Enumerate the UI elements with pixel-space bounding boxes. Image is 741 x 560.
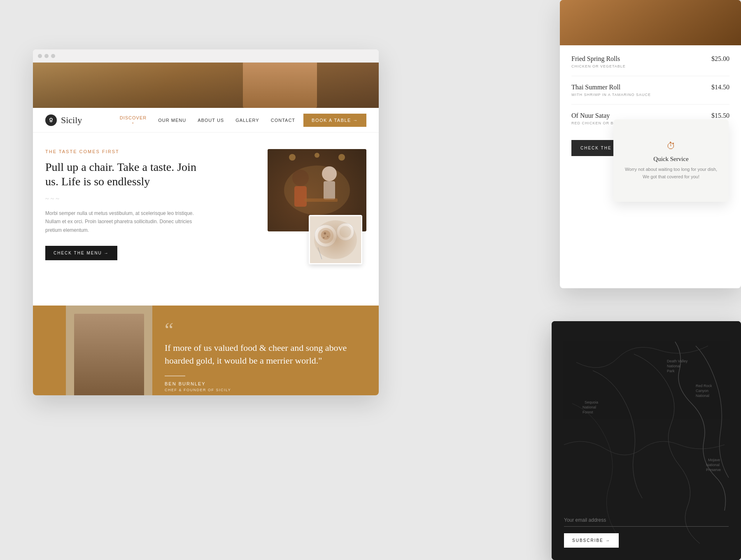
svg-rect-18 [324, 181, 335, 200]
menu-item-price-2: $15.50 [711, 112, 729, 119]
menu-item-row: Thai Summer Roll WITH SHRIMP IN A TAMARI… [571, 84, 729, 105]
page-wrapper: ⏱ Quick Service Worry not about waiting … [0, 0, 741, 560]
right-images [210, 149, 366, 289]
browser-dot-red [38, 54, 42, 58]
service-card: ⏱ Quick Service Worry not about waiting … [613, 119, 729, 202]
svg-rect-23 [310, 216, 361, 263]
quote-text-area: “ If more of us valued food & cheer and … [152, 306, 379, 395]
menu-item-name-2: Of Nuur Satay [571, 112, 673, 119]
svg-point-20 [289, 154, 296, 161]
svg-point-26 [321, 230, 331, 240]
menu-item-left-1: Thai Summer Roll WITH SHRIMP IN A TAMARI… [571, 84, 651, 97]
hero-top-image [33, 63, 379, 108]
svg-point-34 [95, 325, 124, 354]
svg-point-32 [323, 237, 325, 238]
svg-text:Park: Park [667, 369, 675, 373]
menu-item-name-0: Fried Spring Rolls [571, 55, 626, 63]
navbar: Sicily DISCOVER OUR MENU ABOUT US GALLER… [33, 108, 379, 133]
svg-text:Red Rock: Red Rock [696, 384, 712, 388]
svg-point-17 [322, 166, 337, 181]
quote-body: If more of us valued food & cheer and so… [165, 342, 366, 367]
nav-contact[interactable]: CONTACT [271, 118, 295, 123]
svg-text:Death Valley: Death Valley [667, 359, 688, 363]
browser-window: Sicily DISCOVER OUR MENU ABOUT US GALLER… [33, 49, 379, 395]
svg-rect-16 [294, 186, 307, 207]
svg-point-28 [340, 226, 352, 238]
subscribe-input-row [564, 514, 729, 527]
quote-author-name: BEN BURNLEY [165, 381, 366, 386]
nav-our-menu[interactable]: OUR MENU [158, 118, 186, 123]
hero-heading: Pull up a chair. Take a taste. Join us. … [45, 160, 202, 189]
svg-rect-35 [93, 354, 126, 395]
svg-point-21 [315, 153, 319, 158]
nav-discover[interactable]: DISCOVER [120, 115, 147, 125]
svg-rect-38 [80, 356, 93, 389]
menu-item-row: Fried Spring Rolls CHICKEN OR VEGETABLE … [571, 55, 729, 76]
browser-top-bar [33, 49, 379, 63]
subscribe-email-input[interactable] [564, 514, 729, 526]
svg-point-22 [338, 154, 345, 161]
svg-text:Preserve: Preserve [706, 468, 721, 472]
main-content: THE TASTE COMES FIRST Pull up a chair. T… [33, 133, 379, 306]
service-description: Worry not about waiting too long for you… [622, 166, 720, 180]
quote-left-accent [33, 306, 66, 395]
svg-text:National: National [706, 463, 720, 467]
nav-about-us[interactable]: ABOUT US [198, 118, 224, 123]
menu-card-hero-image [560, 0, 741, 45]
svg-point-27 [337, 223, 354, 240]
chef-svg [66, 306, 152, 395]
nav-links: DISCOVER OUR MENU ABOUT US GALLERY CONTA… [120, 115, 295, 125]
food-dishes-svg [310, 216, 361, 263]
menu-item-price-1: $14.50 [711, 84, 729, 91]
svg-point-31 [327, 236, 329, 238]
service-title: Quick Service [653, 156, 688, 163]
svg-text:National: National [667, 364, 680, 368]
wave-divider: ~~~ [45, 195, 202, 203]
book-table-button[interactable]: BOOK A TABLE → [303, 114, 366, 127]
nav-gallery[interactable]: GALLERY [235, 118, 259, 123]
quote-mark: “ [165, 322, 366, 338]
map-content: Death Valley National Park Red Rock Cany… [552, 321, 741, 560]
quote-author-divider [165, 376, 185, 376]
subscribe-area: SUBSCRIBE → [564, 514, 729, 548]
svg-rect-39 [126, 356, 138, 389]
menu-item-price-0: $25.00 [711, 55, 729, 63]
menu-item-left-0: Fried Spring Rolls CHICKEN OR VEGETABLE [571, 55, 626, 68]
check-menu-button[interactable]: CHECK THE MENU → [45, 246, 117, 260]
map-card: Death Valley National Park Red Rock Cany… [552, 321, 741, 560]
left-content: THE TASTE COMES FIRST Pull up a chair. T… [45, 149, 202, 289]
svg-rect-33 [66, 306, 152, 395]
svg-rect-19 [305, 198, 338, 202]
svg-text:National: National [583, 405, 596, 409]
hero-figure-person [243, 63, 317, 108]
logo-svg [48, 117, 54, 124]
svg-point-25 [318, 228, 333, 244]
svg-text:Canyon: Canyon [696, 389, 708, 393]
subscribe-button[interactable]: SUBSCRIBE → [564, 533, 619, 548]
browser-dot-yellow [44, 54, 49, 58]
svg-point-30 [324, 232, 326, 235]
logo-area: Sicily [45, 114, 82, 126]
svg-point-24 [315, 225, 337, 247]
svg-text:Forest: Forest [583, 410, 593, 414]
timer-icon: ⏱ [666, 141, 676, 152]
logo-icon [45, 114, 57, 126]
menu-item-desc-0: CHICKEN OR VEGETABLE [571, 64, 626, 68]
svg-text:Mojave: Mojave [708, 458, 720, 462]
browser-dot-green [51, 54, 55, 58]
brand-name: Sicily [61, 115, 82, 126]
svg-point-15 [292, 170, 309, 186]
svg-text:National: National [696, 394, 709, 398]
hero-tagline: THE TASTE COMES FIRST [45, 149, 202, 154]
svg-point-12 [50, 118, 52, 121]
menu-item-name-1: Thai Summer Roll [571, 84, 651, 91]
svg-rect-36 [97, 356, 121, 395]
food-image-dishes [309, 215, 362, 264]
hero-description: Morbi semper nulla ut metus vestibulum, … [45, 209, 202, 234]
quote-author-title: CHEF & FOUNDER OF SICILY [165, 388, 366, 392]
chef-image [66, 306, 152, 395]
svg-point-14 [284, 166, 350, 215]
quote-section: “ If more of us valued food & cheer and … [33, 306, 379, 395]
svg-text:Sequoia: Sequoia [585, 400, 598, 404]
menu-item-desc-1: WITH SHRIMP IN A TAMARINO SAUCE [571, 93, 651, 97]
